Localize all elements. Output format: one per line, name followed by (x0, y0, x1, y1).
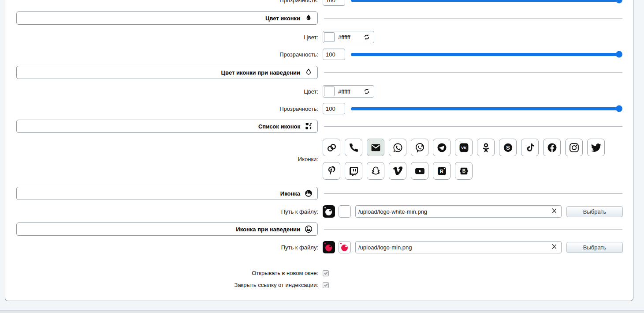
color-swatch[interactable] (324, 87, 335, 96)
section-header-icon-file-hover[interactable]: Иконка при наведении (16, 222, 318, 236)
color-picker[interactable]: #ffffff (323, 31, 374, 43)
color-label: Цвет: (5, 34, 318, 41)
file-path-label: Путь к файлу: (5, 208, 318, 215)
transparency-row: Прозрачность: (5, 49, 633, 60)
icon-option-twitch[interactable] (345, 162, 362, 180)
divider (324, 72, 622, 73)
odnoklassniki-icon (480, 142, 491, 153)
tiktok-icon (525, 142, 536, 153)
refresh-icon[interactable] (363, 34, 370, 41)
icon-preview-dark (323, 241, 335, 253)
icons-grid-icon (304, 122, 313, 131)
divider (324, 18, 622, 19)
next-section-edge (0, 310, 644, 313)
transparency-input[interactable] (323, 103, 345, 114)
divider (324, 193, 622, 194)
noindex-checkbox[interactable] (323, 282, 329, 288)
image-outline-icon (304, 225, 313, 234)
section-header-icon-color-hover[interactable]: Цвет иконки при наведении (16, 66, 318, 79)
droplet-filled-icon (304, 14, 313, 23)
phone-icon (348, 142, 359, 153)
icon-option-vk[interactable]: VK (455, 139, 473, 156)
icon-option-rutube[interactable]: R (433, 162, 450, 180)
icon-grid: VK (323, 139, 605, 180)
clear-icon[interactable] (551, 207, 558, 214)
icon-option-instagram[interactable] (565, 139, 583, 156)
color-label: Цвет: (5, 88, 318, 95)
viber-icon (414, 142, 425, 153)
b-badge-icon: B (458, 166, 469, 177)
transparency-slider[interactable] (351, 107, 622, 110)
svg-text:S: S (506, 144, 510, 151)
snapchat-icon (370, 166, 381, 177)
color-row: Цвет: #ffffff (5, 31, 633, 43)
icon-option-telegram[interactable] (433, 139, 450, 156)
section-header-icon-file[interactable]: Иконка (16, 187, 318, 200)
droplet-outline-icon (304, 68, 313, 77)
color-hex-value: #ffffff (338, 88, 360, 95)
slider-thumb[interactable] (616, 51, 622, 58)
icon-option-odnoklassniki[interactable] (477, 139, 495, 156)
icon-option-facebook[interactable] (543, 139, 561, 156)
link-icon (326, 142, 337, 153)
file-path-row: Путь к файлу: Выбрать (5, 205, 633, 218)
vk-icon: VK (458, 142, 469, 153)
icon-option-phone[interactable] (345, 139, 362, 156)
icon-preview-light (339, 205, 351, 218)
icon-option-youtube[interactable] (411, 162, 428, 180)
icon-option-pinterest[interactable] (323, 162, 340, 180)
color-swatch[interactable] (324, 32, 335, 42)
file-path-input[interactable] (355, 205, 562, 218)
facebook-icon (547, 142, 558, 153)
icon-option-email[interactable] (367, 139, 384, 156)
transparency-slider[interactable] (351, 53, 622, 56)
checkmark-icon (324, 283, 328, 287)
svg-text:R: R (439, 168, 443, 173)
icon-option-tiktok[interactable] (521, 139, 539, 156)
divider (324, 126, 622, 127)
twitch-icon (348, 166, 359, 177)
color-picker[interactable]: #ffffff (323, 85, 374, 98)
top-transparency-row: Прозрачность: (5, 0, 633, 6)
icon-option-twitter[interactable] (587, 139, 605, 156)
open-new-window-label: Открывать в новом окне: (5, 270, 318, 276)
icon-option-vimeo[interactable] (389, 162, 406, 180)
slider-thumb[interactable] (616, 106, 622, 112)
section-header-icon-color[interactable]: Цвет иконки (16, 11, 318, 25)
clear-icon[interactable] (551, 243, 558, 250)
color-row: Цвет: #ffffff (5, 85, 633, 98)
noindex-label: Закрыть ссылку от индексации: (5, 282, 318, 288)
icon-option-skype[interactable]: S (499, 139, 517, 156)
section-title: Список иконок (258, 123, 300, 130)
email-icon (370, 142, 381, 153)
choose-file-button[interactable]: Выбрать (566, 206, 623, 217)
vimeo-icon (392, 166, 403, 177)
open-new-window-checkbox[interactable] (323, 270, 329, 276)
section-title: Иконка (280, 190, 300, 197)
transparency-input[interactable] (323, 49, 345, 60)
icon-option-link[interactable] (323, 139, 340, 156)
choose-file-button[interactable]: Выбрать (566, 242, 623, 253)
transparency-slider[interactable] (351, 0, 622, 2)
icon-option-b-badge[interactable]: B (455, 162, 473, 180)
file-path-row: Путь к файлу: Выбрать (5, 241, 633, 253)
slider-thumb[interactable] (616, 0, 622, 4)
file-path-input[interactable] (355, 241, 562, 253)
noindex-row: Закрыть ссылку от индексации: (5, 282, 633, 288)
icon-option-whatsapp[interactable] (389, 139, 406, 156)
transparency-input[interactable] (323, 0, 345, 6)
svg-text:B: B (462, 169, 465, 173)
refresh-icon[interactable] (363, 88, 370, 95)
transparency-label: Прозрачность: (5, 51, 318, 58)
icon-option-snapchat[interactable] (367, 162, 384, 180)
transparency-row: Прозрачность: (5, 103, 633, 114)
icon-option-viber[interactable] (411, 139, 428, 156)
section-header-icon-list[interactable]: Список иконок (16, 120, 318, 133)
pinterest-icon (326, 166, 337, 177)
icons-label: Иконки: (5, 156, 318, 162)
instagram-icon (569, 142, 580, 153)
svg-text:VK: VK (461, 145, 467, 150)
settings-panel: Прозрачность: Цвет иконки Цвет: #ffffff (5, 0, 633, 301)
section-title: Иконка при наведении (236, 226, 300, 233)
rutube-icon: R (436, 166, 447, 177)
